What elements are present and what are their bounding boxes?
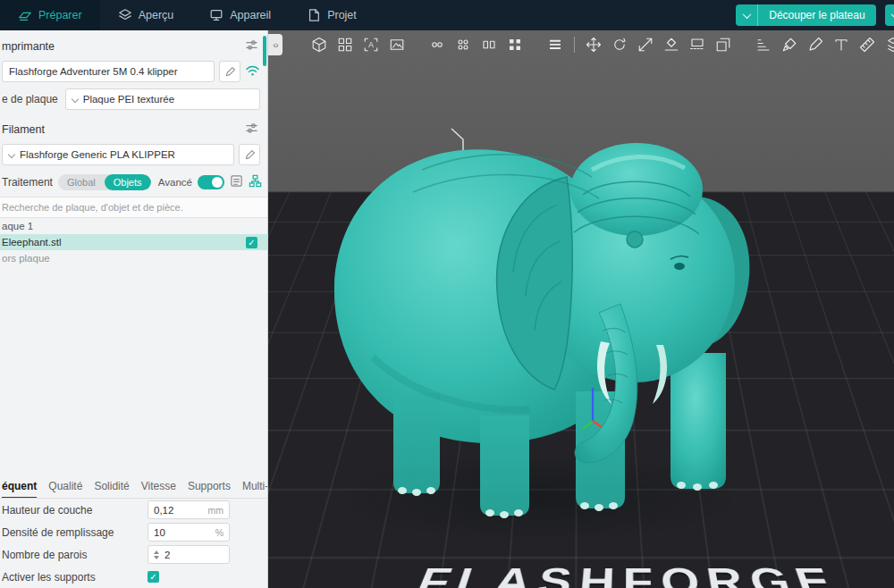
arrange-icon[interactable] xyxy=(335,35,355,55)
tab-project-label: Projet xyxy=(327,9,357,21)
plate-type-value: Plaque PEI texturée xyxy=(83,94,174,105)
seam-paint-icon[interactable] xyxy=(805,35,825,55)
add-model-icon[interactable] xyxy=(309,35,329,55)
tab-frequent[interactable]: équent xyxy=(2,480,37,499)
list-settings-icon[interactable] xyxy=(230,174,243,190)
toolbar-separator xyxy=(574,37,575,53)
tree-object-row[interactable]: Eleephant.stl ✓ xyxy=(0,234,267,250)
plate-quad-icon[interactable] xyxy=(453,35,473,55)
text-tool-icon[interactable] xyxy=(831,35,851,55)
clone-icon[interactable] xyxy=(713,35,733,55)
process-scope-segmented: Global Objets xyxy=(58,174,151,190)
edit-printer-button[interactable] xyxy=(219,61,240,82)
wall-count-spinner[interactable] xyxy=(154,550,159,559)
objects-structure-icon[interactable] xyxy=(249,174,262,190)
wall-count-box xyxy=(148,545,230,564)
layer-height-box: mm xyxy=(148,500,230,519)
offplate-row-label: ors plaque xyxy=(2,253,50,264)
param-wall-count: Nombre de parois xyxy=(0,543,267,566)
plate-type-select[interactable]: Plaque PEI texturée xyxy=(65,88,260,110)
pencil-icon xyxy=(244,149,256,161)
layer-height-input[interactable] xyxy=(154,505,190,516)
tab-quality[interactable]: Qualité xyxy=(48,480,82,498)
scope-objects-segment[interactable]: Objets xyxy=(105,174,151,190)
infill-density-label: Densité de remplissage xyxy=(2,526,148,539)
chevron-down-icon xyxy=(71,96,78,103)
device-icon xyxy=(209,8,224,22)
support-paint-icon[interactable] xyxy=(780,35,799,55)
edit-filament-button[interactable] xyxy=(239,144,260,165)
printer-row: Flashforge Adventurer 5M 0.4 klipper xyxy=(0,58,267,85)
printer-name: Flashforge Adventurer 5M 0.4 klipper xyxy=(9,66,178,77)
pencil-icon xyxy=(224,66,236,78)
cut-icon[interactable] xyxy=(687,35,707,55)
print-dropdown-button[interactable] xyxy=(885,4,894,26)
slice-plate-button[interactable]: Découper le plateau xyxy=(757,4,875,26)
print-button-group: Im xyxy=(885,4,894,26)
plate-type-label: e de plaque xyxy=(2,93,58,105)
printer-settings-icon[interactable] xyxy=(245,38,258,55)
tab-device[interactable]: Appareil xyxy=(191,0,289,30)
printer-select[interactable]: Flashforge Adventurer 5M 0.4 klipper xyxy=(2,61,215,82)
tab-speed[interactable]: Vitesse xyxy=(141,480,176,498)
layers-icon[interactable] xyxy=(545,35,565,55)
tab-multimaterial[interactable]: Multi-m... xyxy=(242,480,267,498)
param-tabs: équent Qualité Solidité Vitesse Supports… xyxy=(0,475,267,499)
sidebar-scrollbar[interactable] xyxy=(263,36,266,66)
search-input[interactable] xyxy=(2,202,260,213)
scope-global-segment[interactable]: Global xyxy=(58,174,105,190)
advanced-label: Avancé xyxy=(158,177,192,188)
scale-icon[interactable] xyxy=(636,35,655,55)
viewport-3d[interactable]: ‹› A xyxy=(268,30,894,588)
tab-preview-label: Aperçu xyxy=(139,9,174,21)
tab-prepare[interactable]: Préparer xyxy=(0,0,100,30)
project-icon xyxy=(307,8,321,22)
object-pair-icon[interactable] xyxy=(479,35,499,55)
tab-device-label: Appareil xyxy=(230,9,271,21)
infill-density-input[interactable] xyxy=(154,527,190,538)
measure-icon[interactable] xyxy=(857,35,877,55)
tree-plate-row[interactable]: aque 1 xyxy=(0,218,267,234)
lay-flat-icon[interactable] xyxy=(662,35,681,55)
filament-settings-icon[interactable] xyxy=(245,122,258,138)
split-image-icon[interactable] xyxy=(387,35,407,55)
sidebar-collapse-handle[interactable]: ‹› xyxy=(268,34,283,55)
svg-text:A: A xyxy=(368,41,374,49)
chevron-down-icon xyxy=(8,151,15,158)
plate-type-row: e de plaque Plaque PEI texturée xyxy=(0,85,267,113)
filament-name: Flashforge Generic PLA KLIPPER xyxy=(20,149,175,160)
rotate-icon[interactable] xyxy=(610,35,629,55)
enable-supports-label: Activer les supports xyxy=(2,571,148,584)
plate-pair-icon[interactable] xyxy=(427,35,447,55)
process-header-label: Traitement xyxy=(2,176,53,189)
tab-supports[interactable]: Supports xyxy=(188,480,231,498)
filament-header-label: Filament xyxy=(2,123,45,136)
object-row-label: Eleephant.stl xyxy=(2,237,62,248)
filament-row: Flashforge Generic PLA KLIPPER xyxy=(0,141,267,168)
layer-height-label: Hauteur de couche xyxy=(2,504,148,517)
elephant-model[interactable] xyxy=(288,63,753,536)
left-panel: mprimante Flashforge Adventurer 5M 0.4 k… xyxy=(0,30,268,588)
tree-offplate-row[interactable]: ors plaque xyxy=(0,250,267,266)
advanced-toggle[interactable] xyxy=(198,175,224,189)
layer-height-unit: mm xyxy=(208,505,224,516)
wifi-icon[interactable] xyxy=(245,63,260,80)
move-icon[interactable] xyxy=(584,35,603,55)
tab-strength[interactable]: Solidité xyxy=(94,480,129,498)
slice-button-group: Découper le plateau xyxy=(736,4,875,26)
auto-orient-icon[interactable]: A xyxy=(361,35,381,55)
plate-row-label: aque 1 xyxy=(2,221,33,231)
prepare-icon xyxy=(18,8,32,22)
wall-count-input[interactable] xyxy=(164,550,200,560)
tab-project[interactable]: Projet xyxy=(289,0,375,30)
variable-layer-height-icon[interactable] xyxy=(754,35,773,55)
object-visible-checkbox[interactable]: ✓ xyxy=(246,237,257,248)
enable-supports-checkbox[interactable]: ✓ xyxy=(148,571,159,583)
printer-section-header: mprimante xyxy=(0,30,267,58)
assembly-view-icon[interactable] xyxy=(883,35,894,55)
object-quad-icon[interactable] xyxy=(505,35,525,55)
filament-select[interactable]: Flashforge Generic PLA KLIPPER xyxy=(2,144,234,165)
tab-preview[interactable]: Aperçu xyxy=(100,0,192,30)
slice-dropdown-button[interactable] xyxy=(736,4,757,26)
param-enable-supports: Activer les supports ✓ xyxy=(0,566,267,588)
